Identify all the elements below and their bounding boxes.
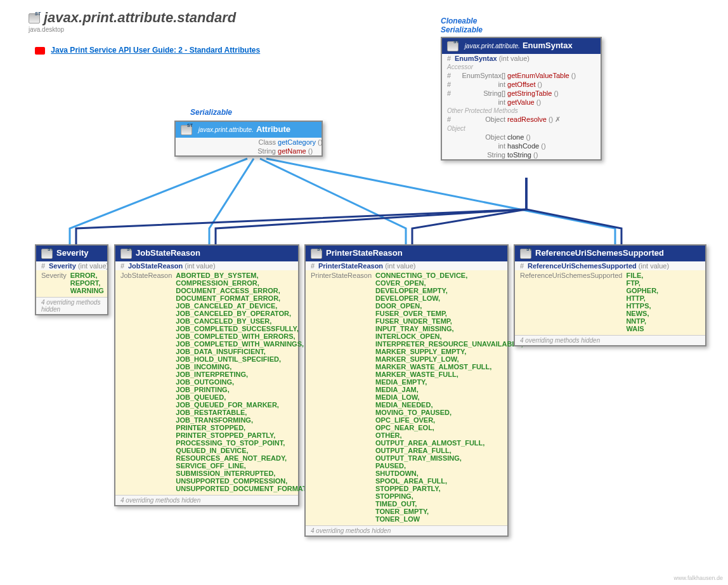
enumsyntax-box: javax.print.attribute.EnumSyntax #EnumSy… (441, 37, 602, 161)
watermark: www.falkhausen.de (673, 575, 723, 581)
enum-constant: ABORTED_BY_SYSTEM, (176, 272, 306, 279)
enum-constant: OTHER, (375, 431, 523, 439)
cloneable-label: Cloneable (441, 16, 477, 25)
attribute-box: javax.print.attribute.Attribute Class ge… (174, 121, 323, 157)
enum-constant: SPOOL_AREA_FULL, (375, 477, 523, 485)
enum-constant: OUTPUT_AREA_ALMOST_FULL, (375, 439, 523, 447)
enum-constant: JOB_COMPLETED_WITH_ERRORS, (176, 332, 306, 340)
enum-constant: PRINTER_STOPPED_PARTLY, (176, 431, 306, 439)
enum-constant: JOB_CANCELED_BY_USER, (176, 317, 306, 325)
enum-constant: MARKER_WASTE_ALMOST_FULL, (375, 363, 523, 371)
method-row: String getName () (176, 147, 322, 155)
enum-constant: PRINTER_STOPPED, (176, 424, 306, 431)
enum-constant: FTP, (626, 279, 658, 287)
oracle-icon (35, 47, 45, 55)
protected-label: Other Protected Methods (442, 107, 601, 115)
class-icon (181, 125, 192, 135)
enum-constant: COMPRESSION_ERROR, (176, 279, 306, 287)
enum-constant: WAIS (626, 325, 658, 332)
enum-constant: UNSUPPORTED_DOCUMENT_FORMAT (176, 485, 306, 492)
jobstatereason-box: JobStateReason #JobStateReason (int valu… (114, 244, 299, 506)
enum-constant: JOB_CANCELED_BY_OPERATOR, (176, 310, 306, 317)
enum-constant: JOB_RESTARTABLE, (176, 409, 306, 416)
object-label: Object (442, 124, 601, 133)
enum-constant: HTTPS, (626, 302, 658, 310)
attribute-header: javax.print.attribute.Attribute (176, 122, 322, 138)
enum-constant: DOOR_OPEN, (375, 302, 523, 310)
enum-constant: PROCESSING_TO_STOP_POINT, (176, 439, 306, 447)
enum-constant: JOB_DATA_INSUFFICIENT, (176, 348, 306, 355)
method-row: int hashCode () (442, 141, 601, 150)
enum-constant: QUEUED_IN_DEVICE, (176, 447, 306, 454)
severity-consts: SeverityERROR,REPORT,WARNING (36, 270, 107, 297)
enum-constant: SERVICE_OFF_LINE, (176, 462, 306, 470)
serializable-label: Serializable (190, 108, 232, 117)
enumsyntax-header: javax.print.attribute.EnumSyntax (442, 38, 601, 54)
enum-constant: MARKER_SUPPLY_LOW, (375, 355, 523, 363)
enum-constant: HTTP, (626, 294, 658, 302)
jobstatereason-consts: JobStateReasonABORTED_BY_SYSTEM,COMPRESS… (115, 270, 298, 495)
enum-constant: DEVELOPER_LOW, (375, 294, 523, 302)
enum-constant: JOB_INCOMING, (176, 363, 306, 371)
enum-constant: MOVING_TO_PAUSED, (375, 409, 523, 416)
enum-constant: MEDIA_EMPTY, (375, 378, 523, 386)
enum-constant: OPC_NEAR_EOL, (375, 424, 523, 431)
printerstatereason-foot: 4 overriding methods hidden (306, 525, 507, 536)
accessor-rows: #EnumSyntax[] getEnumValueTable ()#int g… (442, 71, 601, 107)
method-row: Class getCategory () (176, 138, 322, 147)
enum-constant: JOB_COMPLETED_SUCCESSFULLY, (176, 325, 306, 332)
enum-constant: SUBMISSION_INTERRUPTED, (176, 470, 306, 477)
enumsyntax-ctor: #EnumSyntax (int value) (442, 54, 601, 63)
printerstatereason-ctor: #PrinterStateReason (int value) (306, 261, 507, 270)
guide-link-row: Java Print Service API User Guide: 2 - S… (35, 46, 260, 55)
printerstatereason-box: PrinterStateReason #PrinterStateReason (… (304, 244, 509, 537)
refuri-foot: 4 overriding methods hidden (515, 335, 705, 345)
method-row: #Object readResolve () ✗ (442, 115, 601, 124)
enum-constant: REPORT, (70, 279, 104, 287)
enum-constant: STOPPING, (375, 492, 523, 500)
enum-constant: JOB_COMPLETED_WITH_WARNINGS, (176, 340, 306, 348)
page-title-block: javax.print.attribute.standard java.desk… (29, 10, 236, 33)
enum-constant: FUSER_UNDER_TEMP, (375, 317, 523, 325)
jobstatereason-ctor: #JobStateReason (int value) (115, 261, 298, 270)
enum-constant: JOB_QUEUED, (176, 393, 306, 401)
enum-constant: OUTPUT_TRAY_MISSING, (375, 454, 523, 462)
class-icon (120, 249, 132, 259)
enum-constant: PAUSED, (375, 462, 523, 470)
method-row: #EnumSyntax[] getEnumValueTable () (442, 71, 601, 80)
accessor-label: Accessor (442, 63, 601, 71)
severity-header: Severity (36, 246, 107, 261)
enum-constant: JOB_INTERPRETING, (176, 371, 306, 378)
class-icon (41, 249, 53, 259)
jobstatereason-header: JobStateReason (115, 246, 298, 261)
enum-constant: OUTPUT_AREA_FULL, (375, 447, 523, 454)
refuri-header: ReferenceUriSchemesSupported (515, 246, 705, 261)
class-icon (520, 249, 531, 259)
serializable-label-2: Serializable (441, 25, 483, 34)
class-icon (311, 249, 322, 259)
enum-constant: NEWS, (626, 310, 658, 317)
enum-constant: FILE, (626, 272, 658, 279)
attribute-rows: Class getCategory ()String getName () (176, 138, 322, 155)
enum-constant: UNSUPPORTED_COMPRESSION, (176, 477, 306, 485)
enum-constant: JOB_TRANSFORMING, (176, 416, 306, 424)
method-row: int getValue () (442, 98, 601, 107)
method-row: #int getOffset () (442, 80, 601, 89)
refuri-ctor: #ReferenceUriSchemesSupported (int value… (515, 261, 705, 270)
enum-constant: OPC_LIFE_OVER, (375, 416, 523, 424)
enum-constant: TIMED_OUT, (375, 500, 523, 508)
enum-constant: MEDIA_LOW, (375, 393, 523, 401)
severity-box: Severity #Severity (int value) SeverityE… (35, 244, 108, 315)
enum-constant: INTERPRETER_RESOURCE_UNAVAILABLE, (375, 340, 523, 348)
jobstatereason-foot: 4 overriding methods hidden (115, 495, 298, 505)
enum-constant: GOPHER, (626, 287, 658, 294)
guide-link[interactable]: Java Print Service API User Guide: 2 - S… (51, 46, 260, 55)
enum-constant: WARNING (70, 287, 104, 294)
enum-constant: MEDIA_NEEDED, (375, 401, 523, 409)
enum-constant: MEDIA_JAM, (375, 386, 523, 393)
enum-constant: DOCUMENT_FORMAT_ERROR, (176, 294, 306, 302)
enum-constant: MARKER_SUPPLY_EMPTY, (375, 348, 523, 355)
enum-constant: DEVELOPER_EMPTY, (375, 287, 523, 294)
enum-constant: COVER_OPEN, (375, 279, 523, 287)
severity-foot: 4 overriding methods hidden (36, 297, 107, 314)
